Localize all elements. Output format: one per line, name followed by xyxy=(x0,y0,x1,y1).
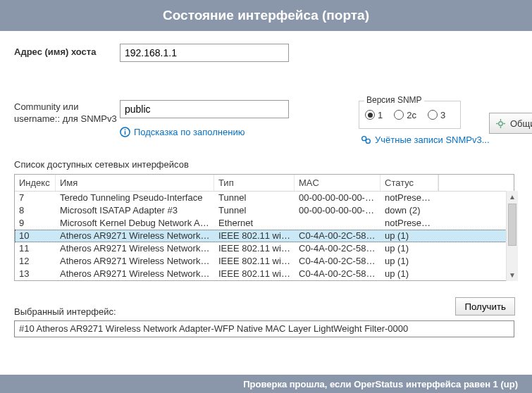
table-row[interactable]: 7Teredo Tunneling Pseudo-InterfaceTunnel… xyxy=(15,192,514,204)
table-row[interactable]: 10Atheros AR9271 Wireless Network Ada...… xyxy=(15,230,514,242)
svg-rect-1 xyxy=(125,131,126,135)
cell: 00-00-00-00-00-00-... xyxy=(295,204,381,217)
cell: 10 xyxy=(15,229,56,242)
cell: up (1) xyxy=(381,229,438,242)
cell: 00-00-00-00-00-00-... xyxy=(295,192,381,205)
scroll-thumb[interactable] xyxy=(508,204,516,246)
cell: IEEE 802.11 wir... xyxy=(214,267,295,280)
cell: C0-4A-00-2C-58-87 xyxy=(295,242,381,255)
snmp-version-legend: Версия SNMP xyxy=(364,95,424,105)
cell: Atheros AR9271 Wireless Network Ada... xyxy=(56,229,214,242)
cell: Atheros AR9271 Wireless Network Ad... xyxy=(56,254,214,268)
cell: Ethernet xyxy=(214,216,295,230)
scroll-up-icon[interactable]: ▲ xyxy=(507,191,518,203)
snmp-v3-radio[interactable]: 3 xyxy=(428,110,445,120)
cell: IEEE 802.11 wir... xyxy=(214,229,295,242)
host-input[interactable] xyxy=(120,44,289,62)
info-icon xyxy=(120,127,130,137)
cell xyxy=(295,222,381,225)
cell: Tunnel xyxy=(214,204,295,217)
cell: Atheros AR9271 Wireless Network Ad... xyxy=(56,242,214,255)
cell: 9 xyxy=(15,216,56,230)
gears-icon xyxy=(361,135,371,145)
snmp-version-group: Версия SNMP 1 2c 3 xyxy=(359,101,461,129)
table-row[interactable]: 12Atheros AR9271 Wireless Network Ad...I… xyxy=(15,255,514,268)
interfaces-list-label: Список доступных сетевых интерфейсов xyxy=(14,159,518,170)
cell: up (1) xyxy=(381,242,438,255)
col-index[interactable]: Индекс xyxy=(15,175,56,191)
table-scrollbar[interactable]: ▲ ▼ xyxy=(506,191,518,281)
cell: up (1) xyxy=(381,254,438,268)
community-label: Community или username:: для SNMPv3 xyxy=(14,100,120,125)
cell: Tunnel xyxy=(214,192,295,205)
cell: IEEE 802.11 wir... xyxy=(214,254,295,268)
cell: down (2) xyxy=(381,204,438,217)
cell: up (1) xyxy=(381,267,438,280)
col-status[interactable]: Статус xyxy=(381,175,438,191)
scroll-down-icon[interactable]: ▼ xyxy=(507,269,518,281)
col-type[interactable]: Тип xyxy=(214,175,295,191)
common-settings-button[interactable]: Общие н xyxy=(489,113,532,134)
cell: notPresent... xyxy=(381,192,438,205)
table-row[interactable]: 9Microsoft Kernel Debug Network Adap...E… xyxy=(15,217,514,230)
snmp-v2c-radio[interactable]: 2c xyxy=(394,110,416,120)
svg-point-3 xyxy=(362,137,366,141)
svg-point-4 xyxy=(366,139,370,143)
table-row[interactable]: 13Atheros AR9271 Wireless Network Ad...I… xyxy=(15,268,514,280)
svg-point-5 xyxy=(499,121,503,125)
cell: notPresent... xyxy=(381,216,438,230)
host-label: Адрес (имя) хоста xyxy=(14,44,120,57)
cell: C0-4A-00-2C-58-87 xyxy=(295,267,381,280)
col-name[interactable]: Имя xyxy=(56,175,214,191)
cell: Microsoft ISATAP Adapter #3 xyxy=(56,204,214,217)
cell: Atheros AR9271 Wireless Network Ad... xyxy=(56,267,214,280)
cell: 12 xyxy=(15,254,56,268)
header-bar: Состояние интерфейса (порта) xyxy=(0,0,532,31)
hint-link[interactable]: Подсказка по заполнению xyxy=(120,127,245,137)
snmpv3-accounts-link[interactable]: Учётные записи SNMPv3... xyxy=(361,135,490,145)
cell: Microsoft Kernel Debug Network Adap... xyxy=(56,216,214,230)
table-header: Индекс Имя Тип MAC Статус xyxy=(15,175,514,192)
col-mac[interactable]: MAC xyxy=(295,175,381,191)
snmp-v1-radio[interactable]: 1 xyxy=(365,110,383,120)
table-row[interactable]: 8Microsoft ISATAP Adapter #3Tunnel00-00-… xyxy=(15,204,514,217)
page-title: Состояние интерфейса (порта) xyxy=(163,8,369,23)
selected-interface-label: Выбранный интерфейс: xyxy=(14,306,518,317)
svg-rect-2 xyxy=(125,129,126,130)
cell: Teredo Tunneling Pseudo-Interface xyxy=(56,192,214,205)
footer-text: Проверка прошла, если OperStatus интерфе… xyxy=(243,379,518,389)
cell: C0-4A-00-2C-58-87 xyxy=(295,229,381,242)
cell: 13 xyxy=(15,267,56,280)
interfaces-table[interactable]: Индекс Имя Тип MAC Статус 7Teredo Tunnel… xyxy=(14,174,514,281)
gear-icon xyxy=(495,118,506,129)
cell: C0-4A-00-2C-58-87 xyxy=(295,254,381,268)
footer-bar: Проверка прошла, если OperStatus интерфе… xyxy=(0,375,532,393)
cell: 8 xyxy=(15,204,56,217)
selected-interface-value: #10 Atheros AR9271 Wireless Network Adap… xyxy=(14,320,514,337)
cell: 11 xyxy=(15,242,56,255)
community-input[interactable] xyxy=(120,100,289,118)
cell: 7 xyxy=(15,192,56,205)
get-button[interactable]: Получить xyxy=(455,297,515,316)
table-row[interactable]: 11Atheros AR9271 Wireless Network Ad...I… xyxy=(15,242,514,255)
cell: IEEE 802.11 wir... xyxy=(214,242,295,255)
